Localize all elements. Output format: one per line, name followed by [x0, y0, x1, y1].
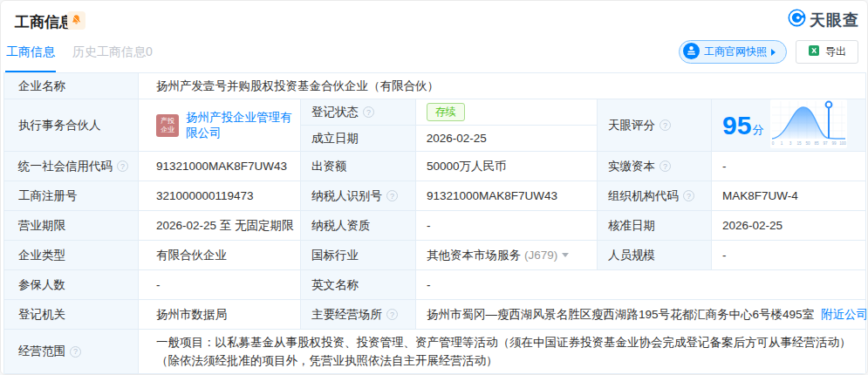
- business-info-table: 企业名称 扬州产发壹号并购股权投资基金合伙企业（有限合伙） 执行事务合伙人 产投…: [3, 72, 866, 374]
- status-badge: 存续: [427, 103, 465, 121]
- org-code-label-cell: 组织机构代码: [598, 181, 712, 210]
- tianyancha-logo-icon: [788, 9, 806, 31]
- reg-number-value-cell: 321000000119473: [139, 181, 301, 210]
- page-title: 工商信息: [15, 12, 74, 32]
- tab-history-business-info[interactable]: 历史工商信息0: [72, 43, 154, 72]
- field-label: 成立日期: [311, 131, 359, 147]
- partner-company-logo[interactable]: 产投企业: [156, 114, 179, 137]
- help-icon[interactable]: [683, 190, 694, 201]
- field-label: 登记状态: [311, 105, 359, 120]
- approval-date-label-cell: 核准日期: [598, 211, 712, 240]
- status-date-subtable: 登记状态 存续 成立日期 2026-02-25: [301, 99, 598, 151]
- taxpayer-id-value-cell: 91321000MAK8F7UW43: [416, 181, 598, 210]
- taxpayer-quality: -: [427, 219, 431, 232]
- org-code-value-cell: MAK8F7UW-4: [712, 181, 865, 210]
- chart-tick: 99: [832, 141, 837, 146]
- toolbar: 工商官网快照 导出: [679, 40, 858, 64]
- reg-status-label-cell: 登记状态: [301, 99, 416, 125]
- field-label: 国标行业: [311, 248, 359, 263]
- english-name: -: [427, 278, 431, 291]
- field-label: 天眼评分: [608, 118, 655, 133]
- chart-tick: 3: [789, 141, 792, 146]
- capital: 50000万人民币: [427, 159, 507, 174]
- stamp-icon: [683, 43, 700, 62]
- insured-count-label-cell: 参保人数: [4, 270, 139, 299]
- business-address-label-cell: 主要经营场所: [301, 300, 416, 329]
- approval-date-value-cell: 2026-02-25: [712, 211, 865, 240]
- help-icon[interactable]: [660, 160, 671, 172]
- capital-value-cell: 50000万人民币: [416, 152, 598, 181]
- partner-company-link[interactable]: 扬州产投企业管理有限公司: [186, 110, 300, 141]
- field-label: 主要经营场所: [311, 307, 382, 323]
- reg-status-value-cell: 存续: [416, 99, 597, 125]
- reg-status-subrow: 登记状态 存续: [301, 99, 597, 126]
- score-value-cell: 95 分: [712, 99, 865, 151]
- field-label: 人员规模: [608, 248, 655, 263]
- field-label: 核准日期: [608, 218, 655, 234]
- table-row: 工商注册号 321000000119473 纳税人识别号 91321000MAK…: [4, 181, 865, 211]
- business-info-panel: 工商信息 天眼查 工商信息 历史工商信息0 工商官网快照 导出: [0, 0, 868, 375]
- score-value: 95: [722, 112, 751, 139]
- industry-label-cell: 国标行业: [301, 241, 416, 269]
- field-label: 营业期限: [18, 218, 65, 234]
- help-icon[interactable]: [363, 106, 374, 118]
- reg-authority-label-cell: 登记机关: [4, 300, 139, 329]
- bell-icon: [71, 13, 82, 29]
- chart-tick: 97: [824, 141, 829, 146]
- reg-authority-value-cell: 扬州市数据局: [139, 300, 301, 329]
- business-address: 扬州市蜀冈—瘦西湖风景名胜区瘦西湖路195号花都汇商务中心6号楼495室: [427, 307, 814, 323]
- credit-code-label-cell: 统一社会信用代码: [4, 152, 139, 181]
- org-code: MAK8F7UW-4: [722, 189, 798, 202]
- capital-label-cell: 出资额: [301, 152, 416, 181]
- chart-tick: 0: [772, 141, 775, 146]
- field-label: 工商注册号: [18, 188, 78, 204]
- official-snapshot-button[interactable]: 工商官网快照: [679, 40, 787, 64]
- tianyancha-logo: 天眼查: [788, 9, 859, 31]
- business-term: 2026-02-25 至 无固定期限: [156, 218, 294, 234]
- field-label: 出资额: [311, 159, 347, 174]
- table-row: 营业期限 2026-02-25 至 无固定期限 纳税人资质 - 核准日期 202…: [4, 211, 865, 241]
- tab-bar: 工商信息 历史工商信息0: [5, 43, 154, 72]
- score-label-cell: 天眼评分: [598, 99, 712, 151]
- staff-size: -: [722, 249, 727, 262]
- field-label: 登记机关: [18, 307, 65, 323]
- nearby-companies-link[interactable]: 附近公司: [821, 307, 868, 323]
- official-snapshot-label: 工商官网快照: [704, 44, 767, 59]
- field-label: 经营范围: [18, 344, 65, 359]
- approval-date: 2026-02-25: [722, 219, 783, 232]
- company-name-label-cell: 企业名称: [4, 73, 139, 99]
- tab-business-info[interactable]: 工商信息: [5, 43, 56, 72]
- help-icon[interactable]: [386, 309, 398, 320]
- partner-label-cell: 执行事务合伙人: [4, 99, 139, 151]
- table-row: 统一社会信用代码 91321000MAK8F7UW43 出资额 50000万人民…: [4, 152, 865, 181]
- help-icon[interactable]: [660, 119, 671, 131]
- score-distribution-chart: 0 1 3 15 50 85 97 99 100: [770, 99, 847, 151]
- credit-code-value-cell: 91321000MAK8F7UW43: [139, 152, 301, 181]
- staff-size-value-cell: -: [712, 241, 865, 269]
- help-icon[interactable]: [386, 190, 398, 201]
- export-button[interactable]: 导出: [796, 40, 858, 64]
- english-name-value-cell: -: [416, 270, 865, 299]
- insured-count: -: [156, 278, 161, 291]
- field-label: 组织机构代码: [608, 188, 679, 204]
- chevron-down-icon[interactable]: [562, 253, 569, 257]
- field-label: 执行事务合伙人: [18, 118, 101, 133]
- staff-size-label-cell: 人员规模: [598, 241, 712, 269]
- tianyancha-logo-text: 天眼查: [810, 10, 859, 31]
- excel-icon: [808, 44, 820, 59]
- help-icon[interactable]: [117, 160, 128, 172]
- chart-tick: 15: [797, 141, 803, 146]
- taxpayer-id-label-cell: 纳税人识别号: [301, 181, 416, 210]
- business-scope: 一般项目：以私募基金从事股权投资、投资管理、资产管理等活动（须在中国证券投资基金…: [156, 328, 865, 375]
- field-label: 统一社会信用代码: [18, 159, 113, 174]
- company-type-value-cell: 有限合伙企业: [139, 241, 301, 269]
- taxpayer-quality-value-cell: -: [416, 211, 598, 240]
- credit-code: 91321000MAK8F7UW43: [156, 160, 287, 173]
- table-row-company-name: 企业名称 扬州产发壹号并购股权投资基金合伙企业（有限合伙）: [4, 73, 865, 99]
- company-name-value-cell: 扬州产发壹号并购股权投资基金合伙企业（有限合伙）: [139, 73, 865, 99]
- monitor-bell-button[interactable]: [67, 11, 85, 30]
- company-type-label-cell: 企业类型: [4, 241, 139, 269]
- english-name-label-cell: 英文名称: [301, 270, 416, 299]
- table-row-business-scope: 经营范围 一般项目：以私募基金从事股权投资、投资管理、资产管理等活动（须在中国证…: [4, 330, 865, 373]
- help-icon[interactable]: [70, 346, 81, 358]
